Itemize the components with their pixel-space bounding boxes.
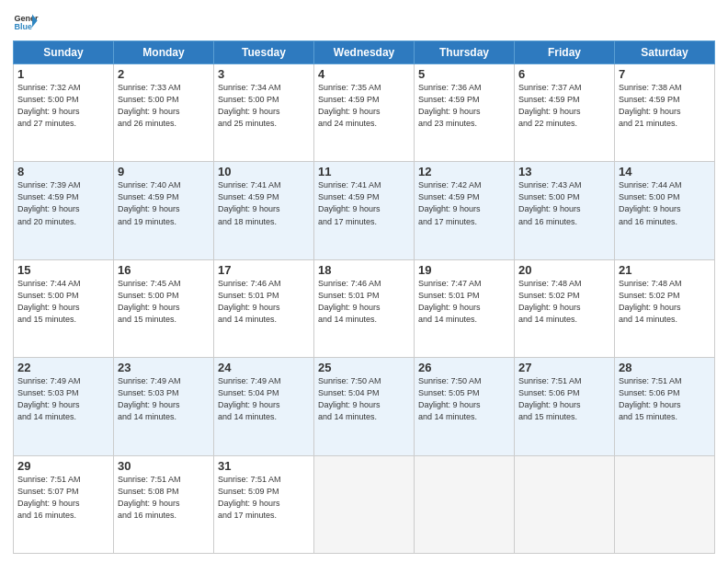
day-number: 14 (619, 165, 711, 178)
day-number: 22 (17, 361, 109, 374)
day-number: 15 (17, 263, 109, 277)
day-number: 20 (518, 263, 610, 277)
day-info: Sunrise: 7:46 AM Sunset: 5:01 PM Dayligh… (218, 278, 310, 326)
calendar-day-cell: 10Sunrise: 7:41 AM Sunset: 4:59 PM Dayli… (214, 162, 314, 259)
day-number: 6 (518, 67, 610, 81)
calendar-day-cell: 17Sunrise: 7:46 AM Sunset: 5:01 PM Dayli… (214, 259, 314, 357)
calendar-day-cell: 12Sunrise: 7:42 AM Sunset: 4:59 PM Dayli… (415, 162, 515, 259)
calendar-week-row: 29Sunrise: 7:51 AM Sunset: 5:07 PM Dayli… (14, 455, 715, 553)
day-number: 16 (118, 263, 210, 277)
calendar-day-cell: 6Sunrise: 7:37 AM Sunset: 4:59 PM Daylig… (515, 64, 615, 162)
day-number: 23 (118, 361, 210, 374)
calendar-day-cell: 20Sunrise: 7:48 AM Sunset: 5:02 PM Dayli… (515, 259, 615, 357)
calendar-day-cell: 18Sunrise: 7:46 AM Sunset: 5:01 PM Dayli… (314, 259, 415, 357)
calendar-day-cell (415, 455, 515, 553)
calendar-day-cell: 19Sunrise: 7:47 AM Sunset: 5:01 PM Dayli… (415, 259, 515, 357)
day-info: Sunrise: 7:51 AM Sunset: 5:07 PM Dayligh… (17, 474, 109, 522)
day-info: Sunrise: 7:44 AM Sunset: 5:00 PM Dayligh… (17, 278, 109, 326)
day-info: Sunrise: 7:43 AM Sunset: 5:00 PM Dayligh… (518, 179, 610, 227)
day-info: Sunrise: 7:44 AM Sunset: 5:00 PM Dayligh… (619, 179, 711, 227)
logo-icon: General Blue (13, 9, 39, 35)
day-info: Sunrise: 7:51 AM Sunset: 5:06 PM Dayligh… (619, 375, 711, 423)
day-info: Sunrise: 7:40 AM Sunset: 4:59 PM Dayligh… (118, 179, 210, 227)
day-number: 21 (619, 263, 711, 277)
calendar-day-cell: 30Sunrise: 7:51 AM Sunset: 5:08 PM Dayli… (114, 455, 214, 553)
calendar-day-cell: 31Sunrise: 7:51 AM Sunset: 5:09 PM Dayli… (214, 455, 314, 553)
calendar-week-row: 22Sunrise: 7:49 AM Sunset: 5:03 PM Dayli… (14, 358, 715, 455)
day-info: Sunrise: 7:50 AM Sunset: 5:05 PM Dayligh… (418, 375, 510, 423)
calendar-day-cell: 29Sunrise: 7:51 AM Sunset: 5:07 PM Dayli… (14, 455, 114, 553)
calendar-day-cell: 27Sunrise: 7:51 AM Sunset: 5:06 PM Dayli… (515, 358, 615, 455)
day-info: Sunrise: 7:34 AM Sunset: 5:00 PM Dayligh… (218, 82, 310, 130)
day-info: Sunrise: 7:51 AM Sunset: 5:08 PM Dayligh… (118, 474, 210, 522)
weekday-header: Tuesday (214, 41, 314, 64)
day-number: 25 (318, 361, 410, 374)
weekday-header: Thursday (415, 41, 515, 64)
calendar-day-cell: 13Sunrise: 7:43 AM Sunset: 5:00 PM Dayli… (515, 162, 615, 259)
calendar-day-cell (515, 455, 615, 553)
day-info: Sunrise: 7:45 AM Sunset: 5:00 PM Dayligh… (118, 278, 210, 326)
day-info: Sunrise: 7:51 AM Sunset: 5:09 PM Dayligh… (218, 474, 310, 522)
calendar-day-cell: 7Sunrise: 7:38 AM Sunset: 4:59 PM Daylig… (615, 64, 715, 162)
calendar-day-cell: 2Sunrise: 7:33 AM Sunset: 5:00 PM Daylig… (114, 64, 214, 162)
calendar-day-cell: 14Sunrise: 7:44 AM Sunset: 5:00 PM Dayli… (615, 162, 715, 259)
day-info: Sunrise: 7:38 AM Sunset: 4:59 PM Dayligh… (619, 82, 711, 130)
day-number: 26 (418, 361, 510, 374)
day-info: Sunrise: 7:48 AM Sunset: 5:02 PM Dayligh… (518, 278, 610, 326)
day-number: 17 (218, 263, 310, 277)
day-info: Sunrise: 7:47 AM Sunset: 5:01 PM Dayligh… (418, 278, 510, 326)
day-number: 28 (619, 361, 711, 374)
day-info: Sunrise: 7:49 AM Sunset: 5:03 PM Dayligh… (17, 375, 109, 423)
day-number: 13 (518, 165, 610, 178)
calendar-day-cell: 28Sunrise: 7:51 AM Sunset: 5:06 PM Dayli… (615, 358, 715, 455)
day-info: Sunrise: 7:35 AM Sunset: 4:59 PM Dayligh… (318, 82, 410, 130)
day-number: 1 (17, 67, 109, 81)
day-info: Sunrise: 7:41 AM Sunset: 4:59 PM Dayligh… (218, 179, 310, 227)
page: General Blue SundayMondayTuesdayWednesda… (0, 0, 728, 563)
calendar-day-cell: 23Sunrise: 7:49 AM Sunset: 5:03 PM Dayli… (114, 358, 214, 455)
calendar-day-cell: 16Sunrise: 7:45 AM Sunset: 5:00 PM Dayli… (114, 259, 214, 357)
day-info: Sunrise: 7:36 AM Sunset: 4:59 PM Dayligh… (418, 82, 510, 130)
day-number: 7 (619, 67, 711, 81)
day-number: 5 (418, 67, 510, 81)
calendar-day-cell: 11Sunrise: 7:41 AM Sunset: 4:59 PM Dayli… (314, 162, 415, 259)
day-number: 12 (418, 165, 510, 178)
day-number: 3 (218, 67, 310, 81)
calendar-table: SundayMondayTuesdayWednesdayThursdayFrid… (13, 40, 715, 554)
calendar-day-cell (615, 455, 715, 553)
calendar-day-cell: 4Sunrise: 7:35 AM Sunset: 4:59 PM Daylig… (314, 64, 415, 162)
weekday-header: Sunday (14, 41, 114, 64)
weekday-header: Monday (114, 41, 214, 64)
weekday-header: Saturday (615, 41, 715, 64)
day-number: 2 (118, 67, 210, 81)
day-number: 24 (218, 361, 310, 374)
svg-text:Blue: Blue (14, 22, 32, 31)
calendar-day-cell: 24Sunrise: 7:49 AM Sunset: 5:04 PM Dayli… (214, 358, 314, 455)
calendar-day-cell: 3Sunrise: 7:34 AM Sunset: 5:00 PM Daylig… (214, 64, 314, 162)
day-info: Sunrise: 7:42 AM Sunset: 4:59 PM Dayligh… (418, 179, 510, 227)
day-number: 10 (218, 165, 310, 178)
day-number: 30 (118, 459, 210, 473)
day-info: Sunrise: 7:49 AM Sunset: 5:03 PM Dayligh… (118, 375, 210, 423)
day-info: Sunrise: 7:50 AM Sunset: 5:04 PM Dayligh… (318, 375, 410, 423)
calendar-week-row: 15Sunrise: 7:44 AM Sunset: 5:00 PM Dayli… (14, 259, 715, 357)
calendar-week-row: 8Sunrise: 7:39 AM Sunset: 4:59 PM Daylig… (14, 162, 715, 259)
calendar-day-cell: 5Sunrise: 7:36 AM Sunset: 4:59 PM Daylig… (415, 64, 515, 162)
day-info: Sunrise: 7:41 AM Sunset: 4:59 PM Dayligh… (318, 179, 410, 227)
day-info: Sunrise: 7:48 AM Sunset: 5:02 PM Dayligh… (619, 278, 711, 326)
day-number: 4 (318, 67, 410, 81)
weekday-header: Friday (515, 41, 615, 64)
day-number: 29 (17, 459, 109, 473)
day-info: Sunrise: 7:37 AM Sunset: 4:59 PM Dayligh… (518, 82, 610, 130)
calendar-day-cell: 25Sunrise: 7:50 AM Sunset: 5:04 PM Dayli… (314, 358, 415, 455)
logo: General Blue (13, 9, 39, 35)
day-info: Sunrise: 7:32 AM Sunset: 5:00 PM Dayligh… (17, 82, 109, 130)
calendar-day-cell: 22Sunrise: 7:49 AM Sunset: 5:03 PM Dayli… (14, 358, 114, 455)
day-info: Sunrise: 7:49 AM Sunset: 5:04 PM Dayligh… (218, 375, 310, 423)
calendar-day-cell (314, 455, 415, 553)
calendar-day-cell: 8Sunrise: 7:39 AM Sunset: 4:59 PM Daylig… (14, 162, 114, 259)
day-info: Sunrise: 7:51 AM Sunset: 5:06 PM Dayligh… (518, 375, 610, 423)
day-number: 11 (318, 165, 410, 178)
day-number: 8 (17, 165, 109, 178)
day-number: 18 (318, 263, 410, 277)
